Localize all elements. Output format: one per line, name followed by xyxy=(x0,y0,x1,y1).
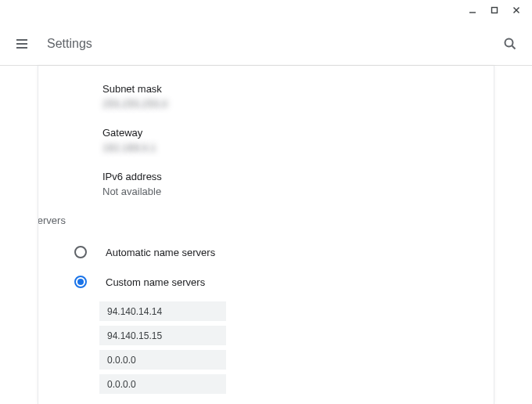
radio-label-automatic: Automatic name servers xyxy=(106,247,215,258)
gateway-field: Gateway 192.168.0.1 xyxy=(102,127,450,153)
radio-custom-name-servers[interactable]: Custom name servers xyxy=(74,267,450,297)
subnet-mask-field: Subnet mask 255.255.255.0 xyxy=(102,83,450,110)
menu-icon[interactable] xyxy=(13,34,31,53)
settings-toolbar: Settings xyxy=(0,22,532,66)
page-title: Settings xyxy=(47,37,92,51)
settings-page: Subnet mask 255.255.255.0 Gateway 192.16… xyxy=(0,66,532,404)
radio-label-custom: Custom name servers xyxy=(106,276,205,288)
dns-input-4[interactable] xyxy=(99,374,226,394)
svg-rect-1 xyxy=(492,8,498,13)
gateway-value: 192.168.0.1 xyxy=(102,142,450,153)
dns-input-1[interactable] xyxy=(99,301,226,321)
dns-input-2[interactable] xyxy=(99,326,226,345)
search-icon[interactable] xyxy=(501,34,519,53)
ipv6-label: IPv6 address xyxy=(102,171,450,182)
svg-line-8 xyxy=(512,45,516,49)
gateway-label: Gateway xyxy=(102,127,450,139)
ipv6-field: IPv6 address Not available xyxy=(102,171,450,197)
window-controls xyxy=(457,0,532,20)
subnet-mask-label: Subnet mask xyxy=(102,83,450,95)
settings-card: Subnet mask 255.255.255.0 Gateway 192.16… xyxy=(38,66,494,404)
ipv6-value: Not available xyxy=(102,186,450,197)
dns-inputs xyxy=(99,301,450,394)
close-icon[interactable] xyxy=(510,4,523,16)
subnet-mask-value: 255.255.255.0 xyxy=(102,98,450,110)
radio-icon[interactable] xyxy=(74,246,87,258)
dns-input-3[interactable] xyxy=(99,350,226,370)
maximize-icon[interactable] xyxy=(488,4,501,16)
name-servers-section-title: Name servers xyxy=(38,215,400,226)
radio-automatic-name-servers[interactable]: Automatic name servers xyxy=(74,237,450,267)
minimize-icon[interactable] xyxy=(466,4,479,16)
radio-icon-selected[interactable] xyxy=(74,276,87,288)
svg-point-7 xyxy=(505,38,513,46)
